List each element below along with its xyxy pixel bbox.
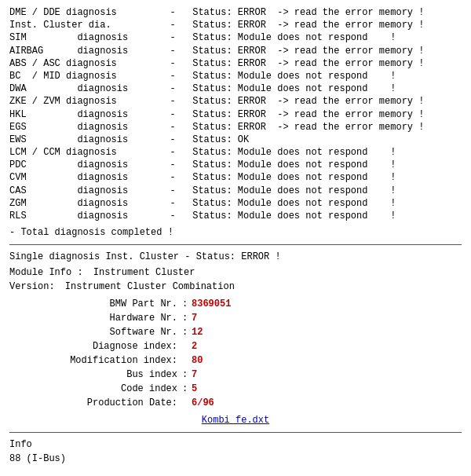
table-row: ZKE / ZVM diagnosis - Status: ERROR -> r… bbox=[9, 95, 462, 108]
list-item: Production Date: 6/96 bbox=[57, 396, 462, 410]
module-name: ZKE / ZVM diagnosis bbox=[9, 95, 159, 108]
diagnostics-table: DME / DDE diagnosis - Status: ERROR -> r… bbox=[9, 6, 462, 222]
info-field-value: 7 bbox=[192, 311, 197, 325]
status-text: Status: Module does not respond ! bbox=[192, 210, 396, 222]
status-text: Status: Module does not respond ! bbox=[192, 171, 396, 184]
status-text: Status: Module does not respond ! bbox=[192, 146, 396, 159]
single-diag-section: Single diagnosis Inst. Cluster - Status:… bbox=[9, 251, 462, 426]
table-row: AIRBAG diagnosis - Status: ERROR -> read… bbox=[9, 45, 462, 57]
dash: - bbox=[159, 121, 192, 134]
table-row: EWS diagnosis - Status: OK bbox=[9, 134, 462, 146]
list-item: Bus index : 7 bbox=[57, 368, 462, 382]
list-item: Modification index: 80 bbox=[57, 353, 462, 368]
dash: - bbox=[159, 6, 192, 19]
dash: - bbox=[159, 108, 192, 121]
dash: - bbox=[159, 159, 192, 171]
module-info-label: Module Info : bbox=[9, 267, 83, 278]
info-field-label: Software Nr. bbox=[57, 325, 182, 339]
info-field-colon: : bbox=[182, 325, 192, 339]
info-field-label: BMW Part Nr. bbox=[57, 297, 182, 311]
module-name: EWS diagnosis bbox=[9, 134, 159, 146]
module-name: DWA diagnosis bbox=[9, 82, 159, 95]
info-field-value: 2 bbox=[192, 339, 197, 353]
module-name: SIM diagnosis bbox=[9, 31, 159, 44]
info-field-label: Bus index bbox=[57, 368, 182, 382]
info-field-colon bbox=[182, 396, 192, 410]
module-name: CVM diagnosis bbox=[9, 171, 159, 184]
version-value: Instrument Cluster Combination bbox=[65, 281, 235, 292]
info-field-colon: : bbox=[182, 368, 192, 382]
dash: - bbox=[159, 134, 192, 146]
status-text: Status: ERROR -> read the error memory ! bbox=[192, 19, 424, 31]
kombi-link[interactable]: Kombi_fe.dxt bbox=[9, 415, 462, 426]
dash: - bbox=[159, 19, 192, 31]
list-item: Diagnose index: 2 bbox=[57, 339, 462, 353]
dash: - bbox=[159, 70, 192, 82]
total-text: - Total diagnosis completed ! bbox=[9, 227, 173, 238]
dash: - bbox=[159, 185, 192, 197]
version-line: Version: Instrument Cluster Combination bbox=[9, 281, 462, 292]
status-text: Status: OK bbox=[192, 134, 249, 146]
bottom-text: 88 (I-Bus) bbox=[9, 453, 66, 464]
table-row: ABS / ASC diagnosis - Status: ERROR -> r… bbox=[9, 57, 462, 70]
table-row: CVM diagnosis - Status: Module does not … bbox=[9, 171, 462, 184]
status-text: Status: ERROR -> read the error memory ! bbox=[192, 45, 424, 57]
status-text: Status: ERROR -> read the error memory ! bbox=[192, 57, 424, 70]
info-field-colon: : bbox=[182, 297, 192, 311]
table-row: RLS diagnosis - Status: Module does not … bbox=[9, 210, 462, 222]
bottom-ibus: 88 (I-Bus) bbox=[9, 453, 462, 464]
module-name: CAS diagnosis bbox=[9, 185, 159, 197]
status-text: Status: Module does not respond ! bbox=[192, 185, 396, 197]
module-name: BC / MID diagnosis bbox=[9, 70, 159, 82]
module-name: Inst. Cluster dia. bbox=[9, 19, 159, 31]
module-name: ZGM diagnosis bbox=[9, 197, 159, 210]
dash: - bbox=[159, 31, 192, 44]
info-field-colon bbox=[182, 339, 192, 353]
dash: - bbox=[159, 171, 192, 184]
dash: - bbox=[159, 146, 192, 159]
status-text: Status: Module does not respond ! bbox=[192, 197, 396, 210]
module-name: RLS diagnosis bbox=[9, 210, 159, 222]
status-text: Status: Module does not respond ! bbox=[192, 31, 396, 44]
list-item: Software Nr. : 12 bbox=[57, 325, 462, 339]
info-table: BMW Part Nr. : 8369051Hardware Nr. : 7So… bbox=[57, 297, 462, 410]
info-field-value: 7 bbox=[192, 368, 197, 382]
module-name: ABS / ASC diagnosis bbox=[9, 57, 159, 70]
info-field-value: 80 bbox=[192, 353, 203, 368]
module-name: LCM / CCM diagnosis bbox=[9, 146, 159, 159]
table-row: DWA diagnosis - Status: Module does not … bbox=[9, 82, 462, 95]
status-text: Status: Module does not respond ! bbox=[192, 70, 396, 82]
table-row: SIM diagnosis - Status: Module does not … bbox=[9, 31, 462, 44]
dash: - bbox=[159, 57, 192, 70]
info-field-label: Modification index: bbox=[57, 353, 182, 368]
list-item: Code index : 5 bbox=[57, 382, 462, 396]
info-field-label: Diagnose index: bbox=[57, 339, 182, 353]
single-diag-title: Single diagnosis Inst. Cluster - Status:… bbox=[9, 251, 462, 262]
table-row: EGS diagnosis - Status: ERROR -> read th… bbox=[9, 121, 462, 134]
table-row: DME / DDE diagnosis - Status: ERROR -> r… bbox=[9, 6, 462, 19]
dash: - bbox=[159, 210, 192, 222]
table-row: Inst. Cluster dia. - Status: ERROR -> re… bbox=[9, 19, 462, 31]
info-field-label: Production Date: bbox=[57, 396, 182, 410]
table-row: CAS diagnosis - Status: Module does not … bbox=[9, 185, 462, 197]
list-item: BMW Part Nr. : 8369051 bbox=[57, 297, 462, 311]
table-row: HKL diagnosis - Status: ERROR -> read th… bbox=[9, 108, 462, 121]
info-field-colon: : bbox=[182, 382, 192, 396]
dash: - bbox=[159, 197, 192, 210]
info-field-colon: : bbox=[182, 311, 192, 325]
info-field-label: Code index bbox=[57, 382, 182, 396]
module-info-line: Module Info : Instrument Cluster bbox=[9, 267, 462, 278]
status-text: Status: Module does not respond ! bbox=[192, 159, 396, 171]
bottom-info: Info bbox=[9, 439, 462, 450]
module-name: PDC diagnosis bbox=[9, 159, 159, 171]
dash: - bbox=[159, 45, 192, 57]
module-name: AIRBAG diagnosis bbox=[9, 45, 159, 57]
dash: - bbox=[159, 82, 192, 95]
info-field-value: 6/96 bbox=[192, 396, 214, 410]
info-field-value: 8369051 bbox=[192, 297, 231, 311]
table-row: ZGM diagnosis - Status: Module does not … bbox=[9, 197, 462, 210]
module-name: HKL diagnosis bbox=[9, 108, 159, 121]
status-text: Status: ERROR -> read the error memory ! bbox=[192, 6, 424, 19]
status-text: Status: ERROR -> read the error memory ! bbox=[192, 95, 424, 108]
main-window: DME / DDE diagnosis - Status: ERROR -> r… bbox=[0, 0, 471, 476]
